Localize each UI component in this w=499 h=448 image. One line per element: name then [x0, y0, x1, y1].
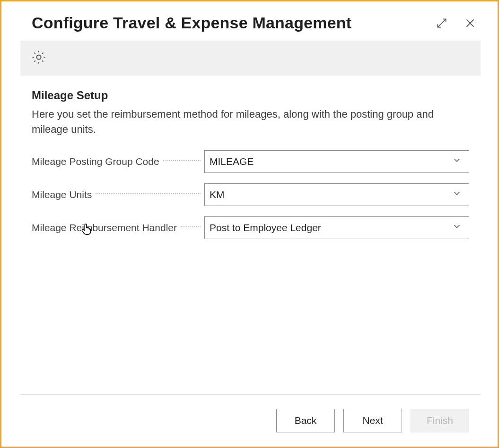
field-label-wrap: Mileage Reimbursement Handler	[32, 222, 204, 233]
chevron-down-icon	[452, 221, 462, 234]
expand-icon[interactable]	[433, 15, 450, 32]
toolbar-band	[20, 41, 481, 76]
select-value: Post to Employee Ledger	[210, 222, 321, 233]
field-label-wrap: Mileage Units	[32, 189, 204, 200]
field-mileage-reimbursement-handler: Mileage Reimbursement Handler Post to Em…	[32, 216, 469, 239]
wizard-dialog: Configure Travel & Expense Management	[0, 0, 499, 448]
label-dots	[163, 160, 201, 161]
field-mileage-posting-group: Mileage Posting Group Code MILEAGE	[32, 150, 469, 173]
label-dots	[181, 226, 201, 227]
wizard-content: Mileage Setup Here you set the reimburse…	[20, 76, 481, 394]
chevron-down-icon	[452, 188, 462, 201]
field-mileage-units: Mileage Units KM	[32, 183, 469, 206]
gear-icon	[31, 49, 47, 67]
dialog-header: Configure Travel & Expense Management	[20, 14, 481, 41]
section-title: Mileage Setup	[32, 89, 469, 102]
section-description: Here you set the reimbursement method fo…	[32, 107, 457, 137]
field-label-wrap: Mileage Posting Group Code	[32, 156, 204, 167]
mileage-units-select[interactable]: KM	[204, 183, 469, 206]
field-label: Mileage Units	[32, 189, 94, 200]
dialog-title: Configure Travel & Expense Management	[32, 14, 351, 32]
wizard-footer: Back Next Finish	[20, 394, 481, 432]
field-label: Mileage Reimbursement Handler	[32, 222, 179, 233]
svg-point-0	[36, 55, 41, 59]
mileage-reimbursement-handler-select[interactable]: Post to Employee Ledger	[204, 216, 469, 239]
select-value: MILEAGE	[210, 156, 254, 167]
select-value: KM	[210, 189, 225, 200]
close-icon[interactable]	[462, 15, 479, 32]
finish-button: Finish	[411, 409, 469, 432]
label-dots	[96, 193, 201, 194]
back-button[interactable]: Back	[276, 409, 335, 432]
header-actions	[433, 15, 479, 32]
field-label: Mileage Posting Group Code	[32, 156, 161, 167]
chevron-down-icon	[452, 155, 462, 168]
next-button[interactable]: Next	[343, 409, 402, 432]
mileage-posting-group-select[interactable]: MILEAGE	[204, 150, 469, 173]
